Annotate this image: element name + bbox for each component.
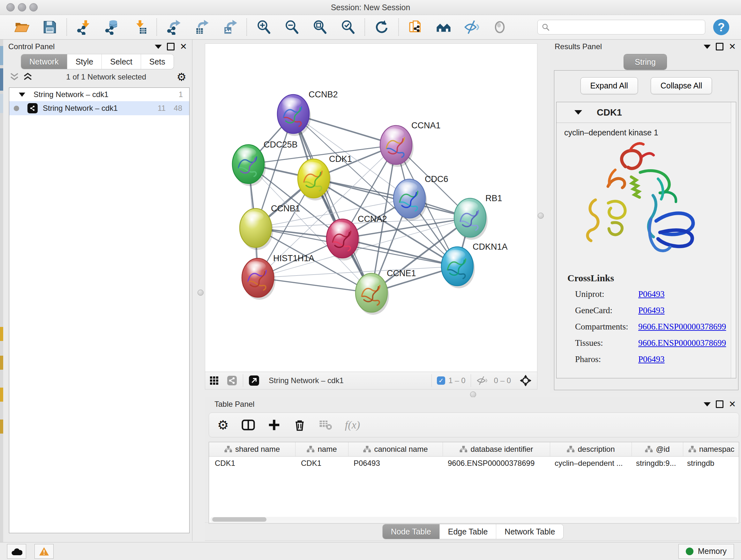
eye-slash-icon <box>464 19 479 35</box>
column-header-description[interactable]: description <box>550 442 632 456</box>
panel-menu-icon[interactable] <box>704 45 711 49</box>
table-options-gear-icon[interactable]: ⚙ <box>217 419 229 431</box>
panel-close-icon[interactable]: ✕ <box>729 43 736 51</box>
table-cell[interactable]: P06493 <box>348 456 442 470</box>
column-header-shared-name[interactable]: shared name <box>209 442 295 456</box>
delete-column-trash-icon[interactable] <box>293 419 306 431</box>
expand-all-button[interactable]: Expand All <box>581 77 638 94</box>
panel-float-icon[interactable] <box>716 400 724 408</box>
table-cell[interactable]: CDK1 <box>295 456 348 470</box>
network-row-selected[interactable]: String Network – cdk1 11 48 <box>9 101 189 115</box>
table-cell[interactable]: 9606.ENSP00000378699 <box>442 456 549 470</box>
network-node-CDC6[interactable]: CDC6 <box>394 174 448 221</box>
fit-content-crosshair-icon[interactable] <box>517 374 535 387</box>
tab-network-table[interactable]: Network Table <box>496 524 563 539</box>
node-table[interactable]: shared namenamecanonical namedatabase id… <box>209 442 739 523</box>
tab-node-table[interactable]: Node Table <box>383 524 440 539</box>
cloud-status-button[interactable] <box>7 544 26 559</box>
open-session-button[interactable] <box>8 17 36 37</box>
tab-network[interactable]: Network <box>21 54 67 69</box>
crosslink-value-link[interactable]: P06493 <box>638 302 665 319</box>
network-node-CDC25B[interactable]: CDC25B <box>232 140 298 186</box>
import-network-from-database-button[interactable] <box>98 17 126 37</box>
panel-close-icon[interactable]: ✕ <box>180 43 187 51</box>
panel-float-icon[interactable] <box>716 43 724 51</box>
show-eye-button[interactable] <box>486 17 514 37</box>
left-splitter-handle[interactable] <box>198 290 204 296</box>
table-row[interactable]: CDK1CDK1P064939606.ENSP00000378699cyclin… <box>209 456 739 470</box>
toolbar-separator <box>398 18 399 36</box>
network-node-CCNB1[interactable]: CCNB1 <box>240 204 300 250</box>
detach-view-icon[interactable] <box>245 374 263 387</box>
export-network-button[interactable] <box>159 17 188 37</box>
bottom-splitter-handle[interactable] <box>470 391 476 397</box>
table-cell[interactable]: stringdb <box>681 456 738 470</box>
collapse-all-button[interactable]: Collapse All <box>651 77 712 94</box>
tree-expand-icon[interactable] <box>19 92 25 97</box>
column-header--id[interactable]: @id <box>632 442 683 456</box>
network-share-toggle-icon[interactable] <box>223 374 241 387</box>
column-header-database-identifier[interactable]: database identifier <box>443 442 550 456</box>
network-options-gear-icon[interactable]: ⚙ <box>177 71 186 82</box>
expand-all-icon[interactable] <box>22 72 33 82</box>
tab-sets[interactable]: Sets <box>141 54 174 69</box>
hide-selected-button[interactable] <box>458 17 486 37</box>
crosslink-value-link[interactable]: P06493 <box>638 286 665 302</box>
network-collection-row[interactable]: String Network – cdk1 1 <box>9 88 189 101</box>
show-columns-icon[interactable] <box>242 418 255 432</box>
crosslink-value-link[interactable]: 9606.ENSP00000378699 <box>638 319 726 335</box>
show-all-networks-button[interactable] <box>429 17 458 37</box>
hidden-eye-slash-icon <box>473 374 491 387</box>
refresh-button[interactable] <box>367 17 396 37</box>
right-splitter-handle[interactable] <box>538 212 544 219</box>
tab-select[interactable]: Select <box>102 54 140 69</box>
column-header-name[interactable]: name <box>295 442 348 456</box>
panel-menu-icon[interactable] <box>704 402 711 407</box>
warnings-button[interactable] <box>35 544 54 559</box>
zoom-out-button[interactable] <box>278 17 306 37</box>
entry-scrollbar[interactable] <box>731 102 736 378</box>
export-table-button[interactable] <box>188 17 216 37</box>
table-cell[interactable]: stringdb:9... <box>630 456 681 470</box>
save-session-button[interactable] <box>36 17 64 37</box>
add-column-icon[interactable] <box>268 419 280 431</box>
export-image-button[interactable] <box>216 17 244 37</box>
crosslink-value-link[interactable]: 9606.ENSP00000378699 <box>638 335 726 351</box>
column-header-canonical-name[interactable]: canonical name <box>348 442 443 456</box>
collapse-all-icon[interactable] <box>9 72 20 82</box>
panel-close-icon[interactable]: ✕ <box>729 400 736 409</box>
network-node-CCNA1[interactable]: CCNA1 <box>380 121 441 167</box>
search-input[interactable] <box>552 22 701 32</box>
network-node-CDKN1A[interactable]: CDKN1A <box>441 242 508 288</box>
panel-float-icon[interactable] <box>167 43 175 51</box>
tab-edge-table[interactable]: Edge Table <box>440 524 496 539</box>
zoom-fit-button[interactable] <box>306 17 334 37</box>
clone-network-button[interactable] <box>401 17 429 37</box>
import-table-button[interactable] <box>126 17 154 37</box>
panel-menu-icon[interactable] <box>155 45 162 49</box>
network-node-CCNE1[interactable]: CCNE1 <box>355 268 416 315</box>
entry-collapse-icon[interactable] <box>575 110 582 115</box>
memory-button[interactable]: Memory <box>678 544 734 559</box>
table-cell[interactable]: CDK1 <box>209 456 295 470</box>
tab-style[interactable]: Style <box>67 54 102 69</box>
birdseye-grid-icon[interactable] <box>205 374 223 387</box>
network-node-RB1[interactable]: RB1 <box>454 193 502 240</box>
zoom-selected-button[interactable] <box>334 17 362 37</box>
network-view[interactable]: CCNB2CCNA1CDC25BCDK1CDC6RB1CCNB1CCNA2CDK… <box>205 44 537 389</box>
network-node-CDK1[interactable]: CDK1 <box>298 154 352 200</box>
table-horizontal-scrollbar[interactable] <box>210 517 738 522</box>
table-cell[interactable]: cyclin–dependent ... <box>549 456 630 470</box>
tab-string[interactable]: String <box>624 54 666 70</box>
crosslink-value-link[interactable]: P06493 <box>638 351 665 368</box>
entry-header[interactable]: CDK1 <box>556 102 736 123</box>
network-node-CCNB2[interactable]: CCNB2 <box>277 90 338 136</box>
scrollbar-thumb[interactable] <box>212 517 266 522</box>
selected-checkbox-icon[interactable]: ✓ <box>437 376 445 385</box>
import-network-button[interactable] <box>70 17 98 37</box>
search-box[interactable] <box>537 20 705 35</box>
zoom-in-button[interactable] <box>250 17 278 37</box>
column-header-namespac[interactable]: namespac <box>683 442 739 456</box>
network-canvas[interactable]: CCNB2CCNA1CDC25BCDK1CDC6RB1CCNB1CCNA2CDK… <box>205 44 536 371</box>
help-button[interactable]: ? <box>712 18 730 36</box>
